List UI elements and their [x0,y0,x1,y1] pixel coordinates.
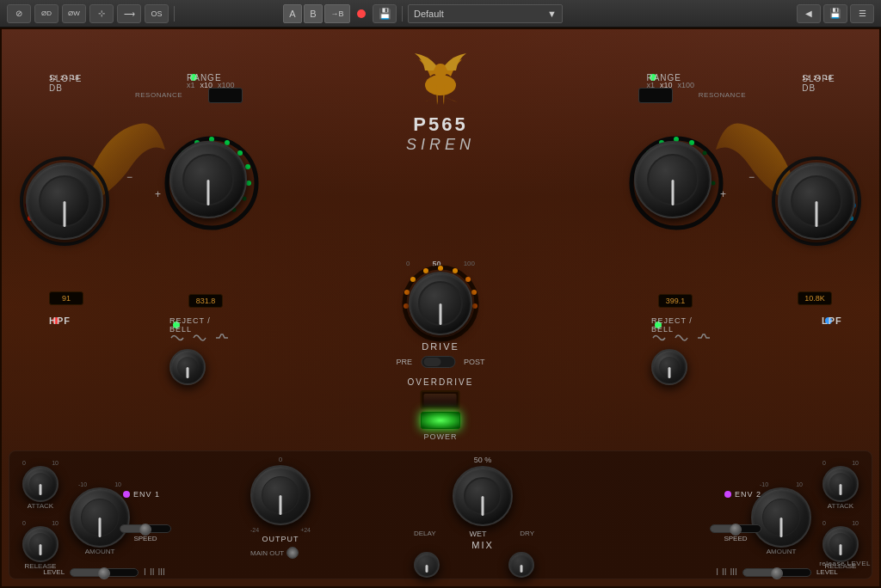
pre-post-section: PRE POST [396,356,484,368]
tab-I[interactable]: I [144,567,146,577]
svg-point-33 [712,181,716,186]
left-midband-knob[interactable] [169,141,247,218]
dry-knob[interactable] [508,552,534,578]
output-max: +24 [300,527,311,533]
right-tabs-row: I II III [716,567,737,577]
r-tab-II[interactable]: II [722,567,727,577]
power-label: POWER [423,432,457,441]
brand-subtitle: SIREN [406,136,475,154]
svg-point-37 [465,277,471,282]
main-out-knob[interactable] [286,547,299,559]
left-reject-bell-section: REJECT / BELL [169,322,230,385]
delay-knob[interactable] [414,552,440,578]
r-tab-III[interactable]: III [730,567,737,577]
r-shape-bell-icon[interactable] [674,332,689,344]
right-level-slider[interactable] [742,568,811,577]
left-level-slider[interactable] [70,568,139,577]
right-speed-label: SPEED [724,535,747,542]
right-amount-label: AMOUNT [767,548,797,555]
minus-marker-left: − [126,171,132,183]
drive-label-section: DRIVE [422,341,459,352]
ab-button-a[interactable]: A [283,4,302,23]
toolbar-icon-od[interactable]: ØD [34,4,59,23]
wet-label: WET [469,530,486,538]
mix-knobs-row [414,552,534,578]
pre-post-switch[interactable] [421,356,455,368]
ab-button-b[interactable]: B [304,4,323,23]
toolbar-icon-circular[interactable]: ⊘ [7,4,31,23]
right-midband-knob-container [634,141,712,218]
right-speed-slider[interactable] [710,524,761,533]
overdrive-switch[interactable] [421,390,460,409]
left-release-knob[interactable] [22,526,59,562]
toolbar-icon-ow[interactable]: ØW [62,4,86,23]
overdrive-label: OVERDRIVE [408,377,474,387]
left-speed-slider[interactable] [120,524,171,533]
r-shape-reject-icon[interactable] [651,332,667,344]
right-filter-shapes[interactable] [651,332,712,344]
output-section: 0 -24 +24 OUTPUT MAIN OUT [250,456,311,559]
left-attack-container: 0 10 ATTACK [22,460,59,510]
brand-area: P565 SIREN [406,46,475,154]
a-min: -10 [78,481,87,487]
left-freq-value: 91 [49,291,83,305]
ram-min: -10 [760,481,768,487]
range-x1[interactable]: x1 [187,81,195,89]
output-knob[interactable] [250,465,311,525]
r-range-x100[interactable]: x100 [677,81,694,89]
toolbar-icon-os[interactable]: OS [145,4,169,23]
brand-name: P565 [406,113,475,136]
output-knob-container: 0 -24 +24 OUTPUT [250,456,311,543]
left-level-label: LEVEL [43,568,65,576]
menu-icon[interactable]: ☰ [850,4,874,23]
left-level-container: LEVEL I II III [18,567,190,577]
output-range: -24 +24 [250,527,311,533]
prev-preset-icon[interactable]: ◀ [797,4,821,23]
r-tab-I[interactable]: I [716,567,718,577]
toolbar-icon-routing[interactable]: ⊹ [89,4,114,23]
toolbar-icon-arrow[interactable]: ⟶ [117,4,141,23]
minus-marker-right: − [749,171,755,183]
ab-section: A B →B [283,4,350,23]
left-slope-db-label: SLOPE dB 12 24 18 [49,74,79,82]
right-release-knob[interactable] [822,526,859,562]
right-freq-knob[interactable] [778,162,855,240]
lpf-section: LPF [822,317,832,324]
right-reject-knob[interactable] [651,349,687,385]
left-amount-label: AMOUNT [85,548,115,555]
drive-label: DRIVE [422,341,459,352]
output-zero-label: 0 [279,456,282,463]
left-filter-shapes[interactable] [169,332,230,344]
delay-label: DELAY [414,530,436,538]
shape-shelf-icon[interactable] [214,332,230,344]
drive-knob[interactable] [409,272,472,335]
mix-knob[interactable] [453,466,513,526]
shape-reject-icon[interactable] [169,332,185,344]
right-attack-container: 0 10 ATTACK [822,460,859,510]
output-min: -24 [250,527,259,533]
post-label: POST [464,358,485,366]
tab-II[interactable]: II [150,567,155,577]
env2-label: ENV 2 [735,490,761,499]
tab-III[interactable]: III [157,567,164,577]
svg-point-38 [471,290,477,295]
save-icon[interactable]: 💾 [373,4,397,23]
plus-marker-right: + [720,188,726,200]
preset-dropdown[interactable]: Default ▼ [408,4,563,23]
left-attack-knob[interactable] [22,466,59,502]
right-midband-knob[interactable] [634,141,712,218]
left-freq-knob[interactable] [26,162,103,240]
right-attack-knob[interactable] [822,466,859,502]
r-shape-shelf-icon[interactable] [696,332,712,344]
ab-copy-button[interactable]: →B [324,4,350,23]
separator2 [402,6,403,21]
mix-percent: 50 % [414,456,551,464]
save-preset-icon[interactable]: 💾 [823,4,847,23]
attack-max: 10 [52,460,59,466]
left-reject-knob[interactable] [169,349,206,385]
shape-bell-icon[interactable] [192,332,207,344]
power-section: POWER [421,412,460,441]
toolbar: ⊘ ØD ØW ⊹ ⟶ OS A B →B 💾 Default ▼ ◀ 💾 ☰ [0,0,881,28]
rr-max: 10 [852,520,859,526]
mix-main-label: MIX [414,540,551,550]
